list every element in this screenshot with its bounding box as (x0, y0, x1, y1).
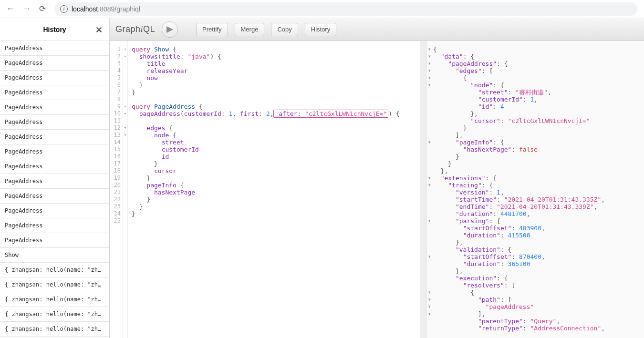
history-item[interactable]: PageAddress (0, 189, 109, 204)
history-item[interactable]: { zhangsan: hello(name: "zhangs… (0, 292, 109, 307)
history-item[interactable]: PageAddress (0, 174, 109, 189)
graphiql-logo: GraphiQL (115, 24, 155, 34)
reload-icon[interactable]: ⟳ (39, 4, 46, 14)
history-item[interactable]: { zhangsan: hello(name: "zhangs… (0, 322, 109, 337)
history-item[interactable]: PageAddress (0, 233, 109, 248)
history-item[interactable]: PageAddress (0, 85, 109, 100)
result-pane: ▾▾▾▾▾▾▾▾▾▾▾▾▾▾▾ { "data": { "pageAddress… (426, 41, 644, 338)
editor-result-divider[interactable] (420, 41, 426, 338)
nav-forward-icon[interactable]: → (23, 5, 31, 13)
close-icon[interactable]: ✕ (95, 25, 103, 35)
copy-button[interactable]: Copy (271, 23, 298, 36)
history-item[interactable]: { zhangsan: hello(name: "zhangs… (0, 263, 109, 277)
url-text: localhost:8089/graphiql (72, 5, 140, 13)
history-item[interactable]: { zhangsan: hello(name: "zhangs… (0, 277, 109, 292)
history-panel: History ✕ PageAddressPageAddressPageAddr… (0, 18, 110, 338)
history-item[interactable]: { zhangsan: hello(name: "zhangs… (0, 307, 109, 322)
site-info-icon[interactable]: i (60, 5, 68, 13)
history-item[interactable]: PageAddress (0, 144, 109, 159)
history-item[interactable]: PageAddress (0, 100, 109, 115)
history-item[interactable]: PageAddress (0, 41, 109, 56)
history-item[interactable]: PageAddress (0, 218, 109, 233)
prettify-button[interactable]: Prettify (196, 23, 228, 36)
history-item[interactable]: PageAddress (0, 56, 109, 71)
history-item[interactable]: PageAddress (0, 71, 109, 85)
history-item[interactable]: PageAddress (0, 204, 109, 218)
graphiql-topbar: GraphiQL Prettify Merge Copy History (110, 18, 644, 41)
query-editor[interactable]: 1234567891011121314151617181920212223242… (110, 41, 420, 338)
history-title: History (43, 26, 66, 33)
history-item[interactable]: PageAddress (0, 159, 109, 174)
history-list: PageAddressPageAddressPageAddressPageAdd… (0, 41, 109, 338)
history-header: History ✕ (0, 18, 109, 41)
nav-back-icon[interactable]: ← (7, 5, 14, 13)
run-button[interactable] (162, 21, 178, 38)
history-item[interactable]: PageAddress (0, 115, 109, 130)
browser-chrome: ← → ⟳ i localhost:8089/graphiql (0, 0, 644, 18)
url-bar[interactable]: i localhost:8089/graphiql (54, 2, 637, 16)
merge-button[interactable]: Merge (235, 23, 265, 36)
history-button[interactable]: History (305, 23, 336, 36)
history-item[interactable]: Show (0, 248, 109, 263)
history-item[interactable]: PageAddress (0, 130, 109, 144)
